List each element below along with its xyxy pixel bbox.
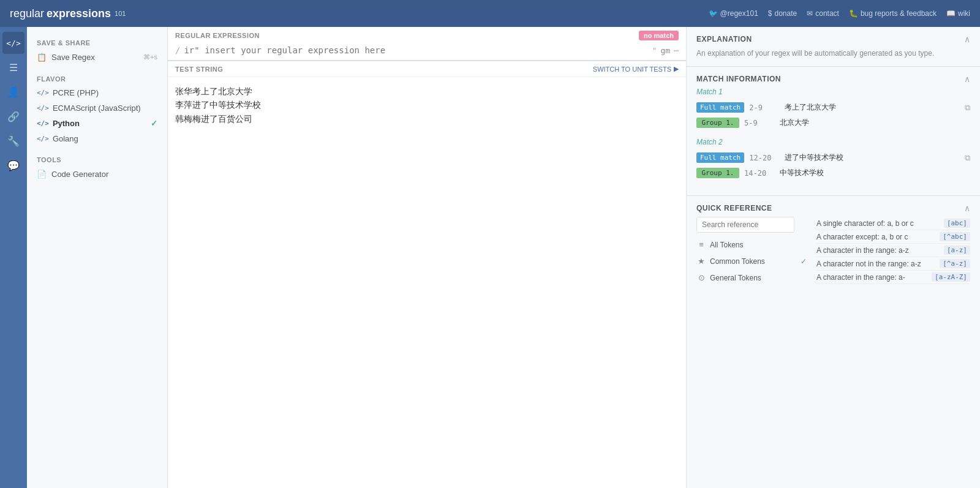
bugreports-link[interactable]: 🐛 bug reports & feedback [849, 9, 937, 18]
token-all[interactable]: ≡ All Tokens [696, 238, 807, 252]
match-info-collapse-btn[interactable]: ∧ [964, 74, 970, 84]
dollar-icon: $ [768, 9, 772, 18]
match-1-full-value: 考上了北京大学 [785, 102, 836, 113]
regex-input[interactable] [184, 45, 648, 55]
sidebar-btn-list[interactable]: ☰ [2, 56, 24, 78]
quick-ref-title: QUICK REFERENCE [696, 204, 772, 212]
all-tokens-icon: ≡ [696, 240, 706, 249]
code-icon-golang: </> [37, 135, 49, 143]
match-2-title: Match 2 [696, 138, 970, 146]
icon-sidebar: </> ☰ 👤 🔗 🔧 💬 [0, 27, 27, 488]
twitter-link[interactable]: 🐦 @regex101 [709, 9, 758, 18]
chevron-right-icon: ▶ [674, 65, 679, 73]
sidebar-btn-chat[interactable]: 💬 [2, 154, 24, 176]
left-panel: SAVE & SHARE 📋 Save Regex ⌘+s FLAVOR </>… [27, 27, 168, 488]
wrench-icon: 🔧 [7, 135, 20, 147]
ref-row-4: A character in the range: a- [a-zA-Z] [816, 271, 970, 284]
logo-iol: 101 [115, 10, 126, 17]
match-2-group-range: 14-20 [744, 169, 775, 178]
code-icon: </> [6, 39, 20, 48]
match-1-full-row: Full match 2-9 考上了北京大学 ⧉ [696, 100, 970, 115]
code-icon-python: </> [37, 119, 49, 127]
save-share-title: SAVE & SHARE [27, 34, 167, 49]
codegen-icon: 📄 [37, 170, 47, 179]
switch-unit-tests-btn[interactable]: SWITCH TO UNIT TESTS ▶ [593, 65, 679, 73]
regex-label: REGULAR EXPRESSION [175, 32, 260, 39]
match-1-group-range: 5-9 [744, 119, 775, 127]
match-1-title: Match 1 [696, 88, 970, 96]
contact-link[interactable]: ✉ contact [807, 9, 839, 18]
match-2-full-badge: Full match [696, 152, 744, 163]
topnav-links: 🐦 @regex101 $ donate ✉ contact 🐛 bug rep… [709, 9, 970, 18]
flavor-pcre[interactable]: </> PCRE (PHP) [27, 85, 167, 100]
right-panel: EXPLANATION ∧ An explanation of your reg… [686, 27, 980, 488]
match-2-full-row: Full match 12-20 进了中等技术学校 ⧉ [696, 150, 970, 165]
chat-icon: 💬 [7, 160, 20, 171]
ref-row-3: A character not in the range: a-z [^a-z] [816, 257, 970, 271]
match-2-group-badge: Group 1. [696, 168, 739, 178]
quick-reference-section: QUICK REFERENCE ∧ ≡ All Tokens ★ Common … [687, 196, 980, 297]
sidebar-btn-code[interactable]: </> [2, 32, 24, 54]
match-1-full-badge: Full match [696, 102, 744, 113]
match-2-group-row: Group 1. 14-20 中等技术学校 [696, 165, 970, 181]
main-area: REGULAR EXPRESSION no match / " gm ⋯ TES… [168, 27, 686, 488]
quick-ref-search-input[interactable] [696, 217, 794, 233]
match-2-full-range: 12-20 [749, 154, 780, 162]
code-generator-item[interactable]: 📄 Code Generator [27, 166, 167, 182]
match-1-group-value: 北京大学 [780, 118, 809, 128]
flavor-golang[interactable]: </> Golang [27, 131, 167, 146]
quick-ref-table: A single character of: a, b or c [abc] A… [816, 217, 970, 284]
match-info-title: MATCH INFORMATION [696, 75, 781, 83]
sidebar-btn-user[interactable]: 👤 [2, 81, 24, 103]
test-string-textarea[interactable]: 张华考上了北京大学 李萍进了中等技术学校 韩梅梅进了百货公司 [168, 77, 686, 488]
wiki-icon: 📖 [946, 9, 956, 18]
logo: regular expressions 101 [10, 7, 126, 20]
match-2-full-value: 进了中等技术学校 [785, 152, 843, 163]
tools-title: TOOLS [27, 151, 167, 166]
save-icon: 📋 [37, 53, 47, 62]
match-2-block: Match 2 Full match 12-20 进了中等技术学校 ⧉ Grou… [696, 138, 970, 181]
topnav: regular expressions 101 🐦 @regex101 $ do… [0, 0, 980, 27]
explanation-title: EXPLANATION [696, 35, 752, 43]
match-2-copy-btn[interactable]: ⧉ [965, 153, 970, 163]
logo-expressions: expressions [47, 7, 111, 20]
donate-link[interactable]: $ donate [768, 9, 797, 18]
flavor-title: FLAVOR [27, 70, 167, 85]
circle-icon: ⊙ [696, 273, 706, 282]
contact-icon: ✉ [807, 9, 813, 18]
ref-row-2: A character in the range: a-z [a-z] [816, 244, 970, 257]
python-selected-check: ✓ [151, 119, 157, 128]
token-general[interactable]: ⊙ General Tokens [696, 271, 807, 285]
match-1-full-range: 2-9 [749, 103, 780, 112]
quick-ref-tokens: ≡ All Tokens ★ Common Tokens ✓ ⊙ General… [696, 238, 807, 285]
flavor-ecmascript[interactable]: </> ECMAScript (JavaScript) [27, 100, 167, 116]
flags-text: gm [661, 46, 671, 55]
sidebar-btn-link[interactable]: 🔗 [2, 105, 24, 127]
save-regex-item[interactable]: 📋 Save Regex ⌘+s [27, 49, 167, 66]
list-icon: ☰ [9, 62, 18, 73]
match-information-section: MATCH INFORMATION ∧ Match 1 Full match 2… [687, 67, 980, 196]
link-icon: 🔗 [7, 111, 20, 122]
bug-icon: 🐛 [849, 9, 858, 18]
quick-ref-collapse-btn[interactable]: ∧ [964, 203, 970, 213]
common-tokens-check: ✓ [801, 257, 807, 266]
token-common[interactable]: ★ Common Tokens ✓ [696, 254, 807, 268]
flavor-python[interactable]: </> Python ✓ [27, 116, 167, 131]
ref-row-1: A character except: a, b or c [^abc] [816, 230, 970, 244]
ref-row-0: A single character of: a, b or c [abc] [816, 217, 970, 230]
code-icon-ecma: </> [37, 104, 49, 112]
explanation-collapse-btn[interactable]: ∧ [964, 34, 970, 44]
user-icon: 👤 [7, 86, 20, 98]
logo-regular: regular [10, 7, 44, 20]
regex-section: REGULAR EXPRESSION no match / " gm ⋯ [168, 27, 686, 61]
code-icon-pcre: </> [37, 89, 49, 97]
match-2-group-value: 中等技术学校 [780, 168, 824, 178]
match-1-copy-btn[interactable]: ⧉ [965, 103, 970, 113]
wiki-link[interactable]: 📖 wiki [946, 9, 970, 18]
sidebar-btn-tools[interactable]: 🔧 [2, 130, 24, 152]
match-1-group-badge: Group 1. [696, 118, 739, 128]
multiline-icon: ⋯ [674, 46, 679, 55]
test-label: TEST STRING [175, 66, 223, 73]
regex-open-delimiter: / [175, 45, 180, 55]
regex-flags: " gm ⋯ [652, 46, 679, 55]
